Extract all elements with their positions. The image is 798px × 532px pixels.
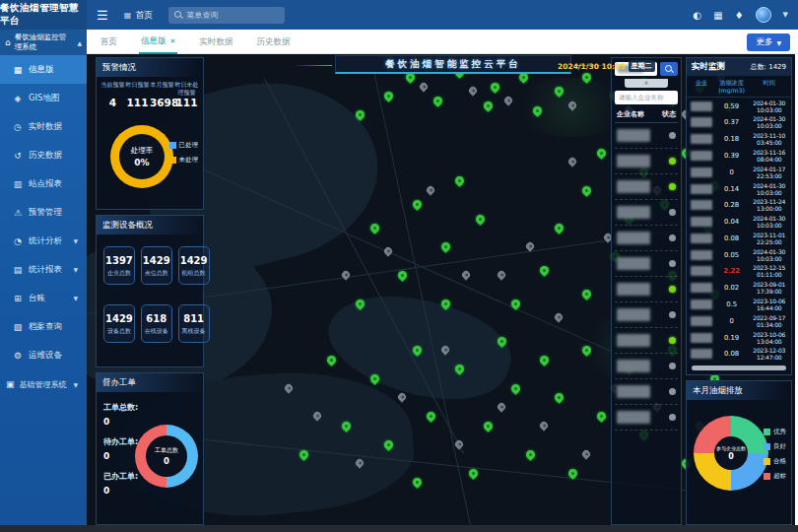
realtime-row-3[interactable]: 0.392023-11-16 08:04:00	[687, 148, 791, 165]
map-pin-online[interactable]	[538, 264, 551, 277]
map-pin-online[interactable]	[580, 184, 593, 197]
sidebar-item-10[interactable]: ⚙运维设备	[0, 341, 87, 369]
realtime-row-5[interactable]: 0.142024-01-30 10:03:00	[687, 180, 791, 197]
realtime-row-10[interactable]: 2.222023-12-15 01:11:00	[687, 263, 791, 280]
company-row-2[interactable]	[615, 174, 678, 200]
sidebar-item-3[interactable]: ↺历史数据	[0, 141, 87, 169]
map-pin-online[interactable]	[432, 95, 444, 107]
map-pin-offline[interactable]	[460, 269, 471, 280]
tab-历史数据[interactable]: 历史数据	[254, 30, 292, 54]
map-pin-online[interactable]	[595, 147, 608, 160]
map-pin-offline[interactable]	[468, 86, 479, 97]
tab-信息版[interactable]: 信息版✕	[139, 30, 177, 54]
map-pin-offline[interactable]	[553, 311, 564, 322]
concentration-value: 0.14	[716, 185, 748, 193]
sidebar-item-4[interactable]: ▥站点报表	[0, 169, 87, 198]
sidebar-item-5[interactable]: ⚠预警管理	[0, 198, 87, 227]
sidebar-item-2[interactable]: ◷实时数据	[0, 112, 87, 141]
company-row-5[interactable]	[615, 251, 678, 277]
map-pin-offline[interactable]	[496, 269, 506, 280]
realtime-row-15[interactable]: 0.082023-12-03 12:47:00	[687, 346, 791, 363]
map-pin-online[interactable]	[368, 222, 381, 234]
user-menu-chevron-icon[interactable]: ▼	[783, 11, 788, 19]
menu-search-input[interactable]: 菜单查询	[168, 7, 285, 24]
company-row-8[interactable]	[615, 328, 678, 354]
close-tab-icon[interactable]: ✕	[170, 37, 176, 45]
realtime-row-13[interactable]: 02022-09-17 01:34:00	[687, 312, 791, 329]
layout-icon[interactable]: ▦	[713, 10, 722, 21]
map-pin-online[interactable]	[482, 100, 495, 112]
realtime-row-6[interactable]: 0.282023-11-24 13:00:00	[687, 197, 791, 214]
map-pin-offline[interactable]	[496, 401, 506, 412]
realtime-row-11[interactable]: 0.022023-09-01 17:39:00	[687, 280, 791, 297]
map-pin-online[interactable]	[411, 476, 424, 489]
collapse-toggle[interactable]: ∧	[625, 79, 668, 88]
map-pin-online[interactable]	[382, 90, 395, 102]
donut-center-label: 处理率	[131, 146, 154, 156]
realtime-row-14[interactable]: 0.192023-10-06 13:04:00	[687, 329, 791, 346]
realtime-row-4[interactable]: 02024-01-17 22:53:00	[687, 164, 791, 180]
sidebar-item-base-system[interactable]: ▣ 基础管理系统 ▼	[0, 369, 87, 399]
map-pin-online[interactable]	[411, 198, 424, 211]
company-name-input[interactable]: 请输入企业名称	[615, 91, 678, 104]
sidebar-item-6[interactable]: ◔统计分析▼	[0, 227, 87, 255]
horizontal-scrollbar[interactable]	[692, 366, 786, 370]
map-pin-offline[interactable]	[566, 156, 577, 166]
map-pin-online[interactable]	[524, 448, 537, 461]
map-pin-online[interactable]	[595, 410, 608, 423]
company-row-4[interactable]	[615, 226, 678, 251]
sidebar-item-9[interactable]: ▧档案查询	[0, 312, 87, 341]
notification-icon[interactable]: ♦	[735, 10, 744, 21]
map-pin-online[interactable]	[425, 410, 437, 423]
hamburger-menu-icon[interactable]: ☰	[97, 8, 108, 23]
map-pin-online[interactable]	[489, 81, 501, 94]
company-row-10[interactable]	[615, 379, 678, 405]
sidebar-root-system[interactable]: ⌂ 餐饮油烟监控管理系统 ▲	[0, 30, 87, 55]
map-pin-online[interactable]	[510, 382, 523, 395]
avatar[interactable]	[756, 7, 771, 23]
map-pin-offline[interactable]	[382, 245, 393, 256]
sidebar-item-7[interactable]: ▤统计报表▼	[0, 255, 87, 284]
tab-实时数据[interactable]: 实时数据	[197, 30, 234, 54]
status-dot-offline	[669, 311, 676, 318]
company-row-9[interactable]	[615, 354, 678, 379]
more-button[interactable]: 更多 ▼	[747, 33, 790, 51]
tab-首页[interactable]: 首页	[99, 30, 119, 54]
breadcrumb[interactable]: ▦ 首页	[124, 9, 154, 22]
realtime-row-1[interactable]: 0.372024-01-30 10:03:00	[687, 114, 791, 131]
map-pin-offline[interactable]	[425, 184, 435, 195]
company-row-6[interactable]	[615, 277, 678, 302]
realtime-row-9[interactable]: 0.052024-01-30 10:03:00	[687, 246, 791, 263]
theme-icon[interactable]: ◐	[693, 10, 701, 21]
sidebar-item-1[interactable]: ◈GIS地图	[0, 84, 87, 112]
realtime-row-7[interactable]: 0.042024-01-30 10:03:00	[687, 214, 791, 231]
company-row-7[interactable]	[615, 302, 678, 328]
company-row-1[interactable]	[615, 149, 678, 174]
map-pin-online[interactable]	[475, 213, 488, 226]
realtime-row-0[interactable]: 0.592024-01-30 10:03:00	[687, 98, 791, 114]
realtime-row-8[interactable]: 0.082023-11-01 22:25:00	[687, 231, 791, 247]
company-row-11[interactable]	[615, 405, 678, 431]
map-pin-online[interactable]	[453, 174, 466, 187]
realtime-row-12[interactable]: 0.52023-10-06 16:44:00	[687, 297, 791, 313]
map-pin-online[interactable]	[580, 288, 593, 300]
sidebar-item-0[interactable]: ▦信息版	[0, 55, 87, 84]
company-row-3[interactable]	[615, 200, 678, 226]
map-pin-online[interactable]	[439, 240, 452, 253]
map-pin-online[interactable]	[396, 269, 409, 282]
map-pin-offline[interactable]	[340, 269, 351, 280]
map-pin-online[interactable]	[538, 354, 551, 366]
map-pin-online[interactable]	[326, 354, 339, 366]
sidebar-item-8[interactable]: ⊞台账▼	[0, 284, 87, 312]
concentration-value: 0.02	[716, 284, 748, 292]
company-search-button[interactable]	[660, 62, 678, 76]
map-pin-online[interactable]	[553, 391, 565, 404]
realtime-row-2[interactable]: 0.182023-11-10 03:45:00	[687, 131, 791, 148]
map-pin-offline[interactable]	[581, 448, 592, 459]
map-pin-offline[interactable]	[397, 391, 408, 402]
map-pin-online[interactable]	[553, 222, 565, 234]
map-pin-online[interactable]	[482, 420, 495, 432]
map-pin-offline[interactable]	[418, 81, 429, 92]
map-pin-offline[interactable]	[538, 420, 549, 431]
company-row-0[interactable]	[615, 123, 678, 149]
